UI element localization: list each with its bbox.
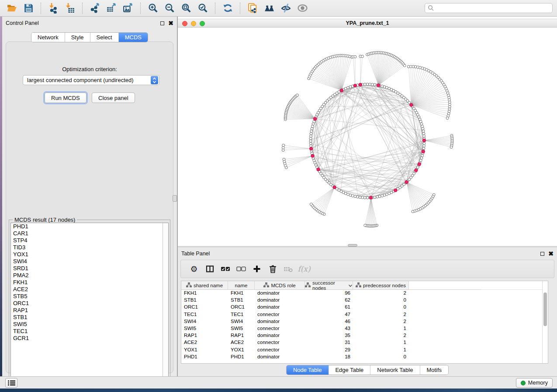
column-header-shared-name[interactable]: shared name <box>181 281 228 290</box>
column-header-name[interactable]: name <box>228 281 255 290</box>
mcds-node-item[interactable]: SWI5 <box>11 321 168 328</box>
table-cell[interactable]: SWI4 <box>228 318 255 325</box>
graph-leaf-node[interactable] <box>412 210 414 213</box>
table-cell[interactable]: 47 <box>305 311 353 318</box>
tab-style[interactable]: Style <box>65 33 90 42</box>
table-cell[interactable]: connector <box>255 347 305 354</box>
graph-node[interactable] <box>363 83 366 86</box>
table-cell[interactable]: ORC1 <box>181 304 228 311</box>
table-cell[interactable]: ORC1 <box>228 304 255 311</box>
horizontal-splitter-grip[interactable] <box>348 244 357 247</box>
search-input[interactable] <box>434 5 550 11</box>
show-columns-icon[interactable] <box>202 261 218 276</box>
graph-mcds-hub-node[interactable] <box>422 150 425 153</box>
graph-mcds-hub-node[interactable] <box>369 196 372 199</box>
graph-leaf-node[interactable] <box>296 94 298 96</box>
graph-leaf-node[interactable] <box>361 55 363 58</box>
graph-mcds-hub-node[interactable] <box>377 84 380 87</box>
table-cell[interactable]: connector <box>255 325 305 332</box>
table-cell[interactable]: STB1 <box>228 297 255 304</box>
zoom-selected-icon[interactable] <box>194 1 211 15</box>
graph-leaf-node[interactable] <box>450 146 453 148</box>
graph-node[interactable] <box>422 130 425 132</box>
table-cell[interactable]: RAP1 <box>228 332 255 339</box>
graph-mcds-hub-node[interactable] <box>405 180 408 183</box>
mcds-node-item[interactable]: SRD1 <box>11 265 168 272</box>
export-network-icon[interactable] <box>86 1 103 15</box>
table-cell[interactable]: ACE2 <box>181 339 228 346</box>
mcds-node-item[interactable]: STB1 <box>11 314 168 321</box>
table-cell[interactable]: 2 <box>353 318 409 325</box>
first-neighbors-icon[interactable] <box>261 1 277 15</box>
table-mode-gear-icon[interactable]: ⚙ <box>186 261 202 276</box>
save-session-icon[interactable] <box>20 1 37 15</box>
graph-node[interactable] <box>309 140 312 142</box>
mcds-node-item[interactable]: SWI4 <box>11 258 168 265</box>
graph-node[interactable] <box>356 196 359 198</box>
graph-node[interactable] <box>423 144 426 147</box>
graph-mcds-hub-node[interactable] <box>353 84 356 87</box>
table-cell[interactable]: FKH1 <box>181 290 228 297</box>
tab-network[interactable]: Network <box>31 33 65 42</box>
table-cell[interactable]: 2 <box>353 332 409 339</box>
table-cell[interactable]: RAP1 <box>181 332 228 339</box>
table-cell[interactable]: dominator <box>255 297 305 304</box>
table-cell[interactable]: dominator <box>255 354 305 361</box>
table-cell[interactable]: 46 <box>305 318 353 325</box>
table-row[interactable]: PHD1PHD1dominator180 <box>181 354 548 361</box>
table-cell[interactable]: 0 <box>353 297 409 304</box>
mcds-node-item[interactable]: TEC1 <box>11 328 168 335</box>
export-table-icon[interactable] <box>103 1 120 15</box>
mcds-list-scrollbar[interactable] <box>163 223 168 380</box>
table-cell[interactable]: 0 <box>353 354 409 361</box>
hide-selected-icon[interactable] <box>277 1 294 15</box>
tab-edge-table[interactable]: Edge Table <box>329 365 370 375</box>
graph-mcds-hub-node[interactable] <box>333 186 336 189</box>
graph-node[interactable] <box>376 196 379 198</box>
task-history-button[interactable] <box>5 378 17 388</box>
search-box[interactable] <box>425 3 553 13</box>
open-session-icon[interactable] <box>3 1 20 15</box>
table-cell[interactable]: dominator <box>255 304 305 311</box>
graph-node[interactable] <box>422 132 425 135</box>
table-cell[interactable]: 61 <box>305 304 353 311</box>
table-scrollbar-thumb[interactable] <box>543 292 547 326</box>
graph-leaf-node[interactable] <box>282 146 284 149</box>
table-cell[interactable]: 1 <box>353 339 409 346</box>
table-cell[interactable]: 96 <box>305 290 353 297</box>
graph-node[interactable] <box>354 195 356 198</box>
table-cell[interactable]: 0 <box>353 304 409 311</box>
table-row[interactable]: SWI4SWI4dominator462 <box>181 318 548 325</box>
column-header-predecessor-nodes[interactable]: predecessor nodes <box>353 281 409 290</box>
mcds-node-item[interactable]: TID3 <box>11 244 168 251</box>
graph-node[interactable] <box>361 196 364 199</box>
table-cell[interactable]: SWI5 <box>228 325 255 332</box>
select-all-icon[interactable] <box>218 261 233 276</box>
tab-mcds[interactable]: MCDS <box>119 33 148 42</box>
table-cell[interactable]: 2 <box>353 290 409 297</box>
table-cell[interactable]: connector <box>255 339 305 346</box>
graph-mcds-hub-node[interactable] <box>394 189 397 192</box>
table-cell[interactable]: SWI5 <box>181 325 228 332</box>
table-scrollbar[interactable] <box>542 281 548 363</box>
graph-mcds-hub-node[interactable] <box>311 154 314 157</box>
graph-mcds-hub-node[interactable] <box>415 168 418 172</box>
graph-leaf-node[interactable] <box>283 158 285 161</box>
zoom-fit-icon[interactable] <box>178 1 194 15</box>
graph-node[interactable] <box>378 195 381 198</box>
graph-node[interactable] <box>309 144 312 147</box>
table-cell[interactable]: connector <box>255 311 305 318</box>
table-cell[interactable]: STB1 <box>181 297 228 304</box>
graph-node[interactable] <box>423 135 426 138</box>
table-cell[interactable]: SWI4 <box>181 318 228 325</box>
table-cell[interactable]: 1 <box>353 347 409 354</box>
graph-node[interactable] <box>422 127 424 130</box>
table-cell[interactable]: 2 <box>353 311 409 318</box>
memory-button[interactable]: Memory <box>516 378 553 388</box>
table-row[interactable]: FKH1FKH1dominator962 <box>181 290 548 297</box>
network-graph[interactable] <box>178 28 557 246</box>
graph-node[interactable] <box>422 147 425 150</box>
graph-node[interactable] <box>366 83 369 86</box>
graph-node[interactable] <box>381 195 384 197</box>
zoom-in-icon[interactable] <box>145 1 161 15</box>
